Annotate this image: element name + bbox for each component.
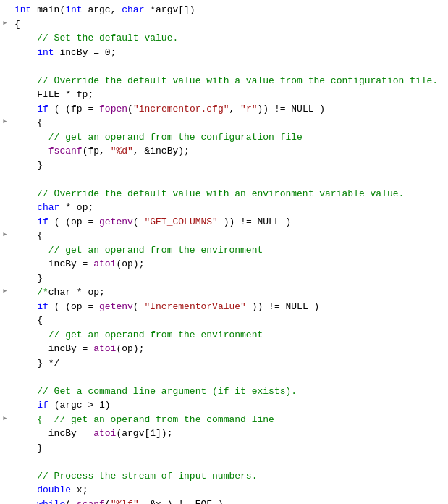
code-text: // Override the default value with a val… — [10, 74, 445, 88]
fold-icon[interactable]: ▸ — [2, 230, 8, 239]
code-line: // get an operand from the environment — [0, 328, 448, 343]
code-line: incBy = atoi(argv[1]); — [0, 427, 448, 441]
gutter-marker — [0, 483, 10, 484]
token: // Set the default value. — [14, 33, 178, 43]
token: incBy = — [14, 343, 93, 354]
token: 1 — [99, 400, 105, 411]
gutter-marker — [0, 159, 10, 159]
token — [14, 301, 37, 312]
token: { — [14, 315, 43, 326]
code-text — [10, 455, 445, 469]
code-line: char * op; — [0, 201, 448, 215]
code-text: // get an operand from the environment — [10, 243, 445, 258]
gutter-marker: ▸ — [0, 116, 10, 126]
gutter-marker — [0, 102, 10, 103]
code-line: if ( (op = getenv( "GET_COLUMNS" )) != N… — [0, 215, 448, 230]
code-line — [0, 172, 448, 187]
code-text — [10, 370, 445, 385]
token: "%d" — [111, 146, 133, 156]
token: ( (op = — [48, 301, 99, 312]
gutter-marker — [0, 243, 10, 244]
token: x; — [71, 484, 88, 495]
token: { — [14, 117, 43, 128]
token: getenv — [99, 217, 133, 227]
token: char — [122, 4, 144, 15]
token: ]); — [156, 428, 172, 439]
code-text: // Process the stream of input numbers. — [10, 469, 445, 484]
code-text: FILE * fp; — [10, 88, 445, 102]
code-line: int incBy = 0; — [0, 46, 448, 60]
token: { — [14, 230, 43, 241]
token: "IncrementorValue" — [144, 301, 245, 312]
token: while — [37, 499, 65, 505]
token: ( — [65, 499, 77, 505]
token: "incrementor.cfg" — [133, 104, 229, 114]
token: main( — [31, 4, 65, 15]
token: * op; — [59, 202, 93, 213]
gutter-marker: ▸ — [0, 229, 10, 239]
gutter-marker — [0, 187, 10, 188]
gutter-marker — [0, 455, 10, 455]
token — [14, 104, 37, 114]
code-text: { — [10, 314, 445, 328]
token: incBy = — [14, 259, 93, 269]
code-line: ▸ /*char * op; — [0, 285, 448, 300]
token: } — [14, 160, 43, 171]
token: char * op; — [48, 287, 105, 298]
token: // Override the default value with an en… — [14, 188, 404, 199]
code-line: } — [0, 441, 448, 455]
token — [14, 484, 37, 495]
code-line: // Process the stream of input numbers. — [0, 469, 448, 484]
gutter-marker — [0, 469, 10, 470]
code-line: } — [0, 159, 448, 173]
fold-icon[interactable]: ▸ — [2, 18, 8, 28]
code-line: ▸ { — [0, 116, 448, 130]
code-text: incBy = atoi(op); — [10, 257, 445, 272]
code-text: // Get a command line argument (if it ex… — [10, 385, 445, 399]
token: char — [37, 202, 59, 213]
code-text: if ( (op = getenv( "GET_COLUMNS" )) != N… — [10, 215, 445, 230]
token: } */ — [14, 358, 59, 369]
token: atoi — [93, 259, 116, 269]
token: ( — [105, 499, 111, 505]
code-line: FILE * fp; — [0, 88, 448, 102]
token — [14, 499, 37, 505]
token: { // get an operand from the command lin… — [14, 414, 274, 425]
token — [14, 47, 37, 58]
token: { — [14, 19, 20, 30]
token: if — [37, 301, 48, 312]
code-text: fscanf(fp, "%d", &incBy); — [10, 144, 445, 159]
token: } — [14, 273, 43, 284]
fold-icon[interactable]: ▸ — [2, 413, 8, 423]
code-line: ▸{ — [0, 17, 448, 32]
token: // get an operand from the environment — [14, 329, 263, 340]
token: // Override the default value with a val… — [14, 75, 438, 86]
gutter-marker — [0, 314, 10, 314]
gutter-marker — [0, 370, 10, 371]
gutter-marker: ▸ — [0, 285, 10, 295]
token: (op); — [116, 343, 144, 354]
code-line: if ( (op = getenv( "IncrementorValue" ))… — [0, 300, 448, 314]
token: ( (op = — [48, 217, 99, 227]
code-line: // get an operand from the configuration… — [0, 130, 448, 145]
fold-icon[interactable]: ▸ — [2, 117, 8, 126]
token: getenv — [99, 301, 133, 312]
gutter-marker — [0, 144, 10, 145]
token: ( (fp = — [48, 104, 99, 114]
fold-icon[interactable]: ▸ — [2, 286, 8, 295]
code-text: // get an operand from the environment — [10, 328, 445, 343]
token: double — [37, 484, 71, 495]
token: (argc > — [48, 400, 99, 411]
token: *argv[]) — [144, 4, 195, 15]
code-text: int incBy = 0; — [10, 46, 445, 60]
token: ( — [127, 104, 133, 114]
code-text — [10, 59, 445, 74]
code-text: { — [10, 116, 445, 130]
token: int — [37, 47, 54, 58]
code-text: // get an operand from the configuration… — [10, 130, 445, 145]
code-text: } — [10, 272, 445, 286]
gutter-marker — [0, 88, 10, 88]
token: , — [229, 104, 241, 114]
gutter-marker — [0, 3, 10, 4]
gutter-marker — [0, 257, 10, 258]
